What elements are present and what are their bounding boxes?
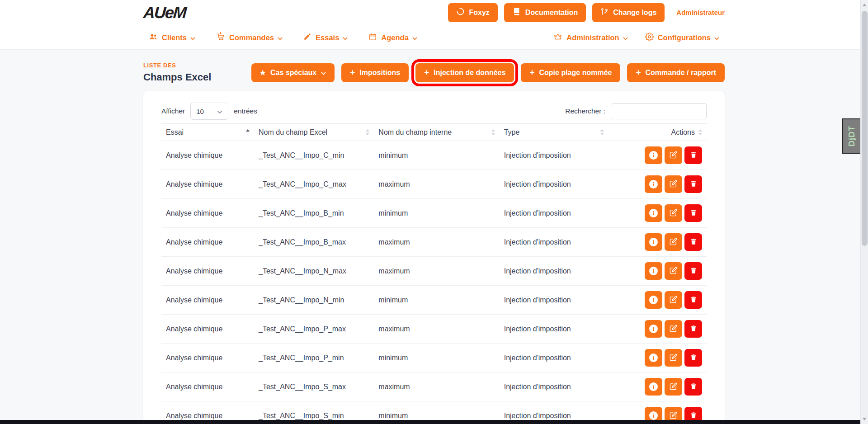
impositions-button[interactable]: + Impositions: [341, 63, 409, 82]
bottom-dark-strip: [0, 420, 868, 424]
search-input[interactable]: [611, 103, 707, 119]
scrollbar-up-arrow[interactable]: [863, 4, 866, 6]
row-edit-button[interactable]: [665, 233, 682, 251]
nav-item-agenda[interactable]: Agenda: [368, 33, 417, 43]
chevron-down-icon: [321, 69, 326, 77]
injection-de-donnees-button[interactable]: + Injection de données: [415, 63, 514, 82]
info-icon: i: [649, 180, 658, 188]
row-delete-button[interactable]: [684, 320, 702, 338]
sort-icons: [242, 129, 250, 135]
edit-icon: [670, 296, 677, 305]
trash-icon: [690, 353, 697, 363]
row-delete-button[interactable]: [684, 204, 702, 222]
show-label: Afficher: [161, 107, 185, 115]
row-edit-button[interactable]: [665, 262, 682, 280]
row-edit-button[interactable]: [665, 291, 682, 309]
row-delete-button[interactable]: [684, 146, 702, 164]
row-info-button[interactable]: i: [645, 146, 662, 164]
edit-icon: [670, 267, 677, 276]
row-delete-button[interactable]: [684, 262, 702, 280]
row-edit-button[interactable]: [665, 146, 682, 164]
entries-label: entrées: [234, 107, 257, 115]
edit-icon: [670, 180, 677, 189]
scrollbar-down-arrow[interactable]: [863, 418, 866, 420]
cell-actions: i: [609, 344, 707, 372]
cell-actions: i: [609, 286, 707, 315]
nav-item-configurations[interactable]: Configurations: [645, 33, 719, 43]
row-delete-button[interactable]: [684, 175, 702, 193]
vertical-scrollbar[interactable]: [860, 0, 868, 424]
cell-essai: Analyse chimique: [161, 257, 254, 286]
table-row: Analyse chimique _Test_ANC__Impo_C_min m…: [161, 141, 707, 170]
row-info-button[interactable]: i: [645, 262, 662, 280]
cell-essai: Analyse chimique: [161, 199, 254, 228]
trash-icon: [690, 382, 697, 391]
champs-excel-table: Essai Nom du champ Excel Nom du champ in…: [161, 123, 707, 424]
row-delete-button[interactable]: [684, 349, 702, 367]
row-info-button[interactable]: i: [645, 378, 662, 396]
user-role-label: Administrateur: [676, 9, 725, 16]
row-info-button[interactable]: i: [645, 233, 662, 251]
documentation-button[interactable]: Documentation: [504, 3, 586, 22]
column-header-essai[interactable]: Essai: [161, 124, 254, 141]
trash-icon: [690, 180, 697, 189]
row-edit-button[interactable]: [665, 378, 682, 396]
nav-item-essais[interactable]: Essais: [303, 33, 348, 42]
chevron-down-icon: [217, 108, 222, 115]
row-delete-button[interactable]: [684, 291, 702, 309]
cell-essai: Analyse chimique: [161, 170, 254, 199]
nav-item-commandes[interactable]: Commandes: [216, 32, 283, 43]
foxyz-button[interactable]: Foxyz: [448, 3, 498, 22]
cell-champ-excel: _Test_ANC__Impo_P_min: [254, 344, 374, 372]
book-icon: [512, 7, 521, 18]
cell-champ-interne: maximum: [374, 228, 499, 257]
column-header-champ-excel[interactable]: Nom du champ Excel: [254, 124, 374, 141]
pencil-icon: [303, 33, 311, 42]
plus-icon: +: [424, 68, 429, 76]
row-edit-button[interactable]: [665, 320, 682, 338]
row-edit-button[interactable]: [665, 349, 682, 367]
row-info-button[interactable]: i: [645, 204, 662, 222]
main-nav: Clients Commandes Essais: [0, 25, 868, 50]
row-edit-button[interactable]: [665, 175, 682, 193]
change-logs-button[interactable]: Change logs: [592, 3, 665, 22]
commande-rapport-button[interactable]: + Commande / rapport: [627, 63, 725, 82]
cell-champ-excel: _Test_ANC__Impo_B_min: [254, 199, 374, 228]
cell-champ-interne: minimum: [374, 199, 499, 228]
plus-icon: +: [636, 68, 641, 76]
table-row: Analyse chimique _Test_ANC__Impo_C_max m…: [161, 170, 707, 199]
row-delete-button[interactable]: [684, 233, 702, 251]
info-icon: i: [649, 296, 658, 304]
table-row: Analyse chimique _Test_ANC__Impo_N_min m…: [161, 286, 707, 315]
chevron-down-icon: [343, 33, 348, 42]
cell-actions: i: [609, 199, 707, 228]
cell-essai: Analyse chimique: [161, 372, 254, 401]
trash-icon: [690, 296, 697, 305]
row-info-button[interactable]: i: [645, 175, 662, 193]
row-info-button[interactable]: i: [645, 349, 662, 367]
row-info-button[interactable]: i: [645, 320, 662, 338]
git-branch-icon: [600, 8, 609, 18]
row-info-button[interactable]: i: [645, 291, 662, 309]
column-header-type[interactable]: Type: [500, 124, 609, 141]
copie-plage-nommee-button[interactable]: + Copie plage nommée: [521, 63, 620, 82]
page-title: Champs Excel: [143, 71, 211, 83]
column-header-actions[interactable]: Actions: [609, 124, 707, 141]
nav-item-administration[interactable]: Administration: [553, 32, 627, 43]
cell-essai: Analyse chimique: [161, 228, 254, 257]
cell-champ-excel: _Test_ANC__Impo_P_max: [254, 315, 374, 344]
django-debug-toolbar-handle[interactable]: DjDT: [842, 118, 860, 154]
column-header-champ-interne[interactable]: Nom du champ interne: [374, 124, 499, 141]
cell-actions: i: [609, 228, 707, 257]
nav-item-clients[interactable]: Clients: [149, 32, 195, 43]
chevron-down-icon: [623, 33, 628, 42]
info-icon: i: [649, 151, 658, 160]
edit-icon: [670, 411, 677, 420]
edit-icon: [670, 209, 677, 218]
cell-champ-interne: minimum: [374, 344, 499, 372]
cas-speciaux-button[interactable]: ★ Cas spéciaux: [251, 63, 335, 82]
row-delete-button[interactable]: [684, 378, 702, 396]
row-edit-button[interactable]: [665, 204, 682, 222]
scrollbar-thumb[interactable]: [862, 11, 868, 246]
page-size-select[interactable]: 10: [190, 103, 228, 120]
